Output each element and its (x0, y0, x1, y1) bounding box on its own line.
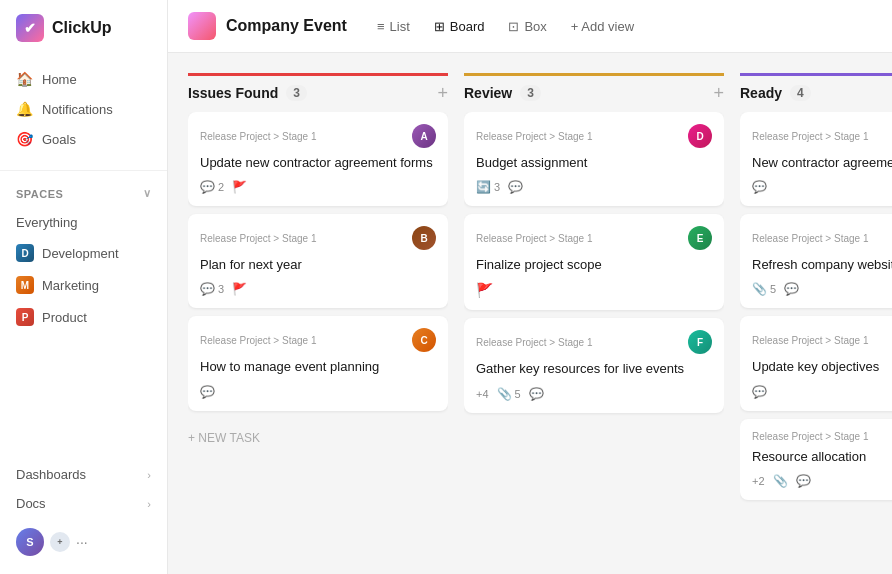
board-icon: ⊞ (434, 19, 445, 34)
comment-stat: 💬 (508, 180, 523, 194)
bell-icon: 🔔 (16, 101, 32, 117)
card-footer: 📎5 💬 (752, 282, 892, 296)
sidebar-item-goals-label: Goals (42, 132, 76, 147)
review-add-button[interactable]: + (713, 84, 724, 102)
card-title: New contractor agreement (752, 154, 892, 172)
table-row[interactable]: Release Project > Stage 1 H Refresh comp… (740, 214, 892, 308)
card-meta: Release Project > Stage 1 I (752, 328, 892, 352)
card-meta: Release Project > Stage 1 F (476, 330, 712, 354)
new-task-label: + NEW TASK (188, 431, 260, 445)
project-title: Company Event (226, 17, 347, 35)
sidebar-item-everything[interactable]: Everything (0, 208, 167, 237)
card-title: Update new contractor agreement forms (200, 154, 436, 172)
card-meta-text: Release Project > Stage 1 (200, 233, 316, 244)
goals-icon: 🎯 (16, 131, 32, 147)
sidebar-item-notifications[interactable]: 🔔 Notifications (0, 94, 167, 124)
column-review: Review 3 + Release Project > Stage 1 D B… (464, 73, 724, 554)
comment-icon: 💬 (752, 385, 767, 399)
card-meta: Release Project > Stage 1 E (476, 226, 712, 250)
table-row[interactable]: Release Project > Stage 1 F Gather key r… (464, 318, 724, 412)
issues-count: 3 (286, 85, 307, 101)
card-meta: Release Project > Stage 1 (752, 431, 892, 442)
spaces-label: Spaces (16, 188, 63, 200)
table-row[interactable]: Release Project > Stage 1 B Plan for nex… (188, 214, 448, 308)
comment-icon: 💬 (784, 282, 799, 296)
new-task-button[interactable]: + NEW TASK (188, 423, 448, 453)
card-meta-text: Release Project > Stage 1 (752, 335, 868, 346)
comment-stat: 💬 (796, 474, 811, 488)
tab-board[interactable]: ⊞ Board (424, 14, 495, 39)
sidebar-item-marketing[interactable]: M Marketing (0, 269, 167, 301)
add-view-button[interactable]: + Add view (561, 14, 644, 39)
table-row[interactable]: Release Project > Stage 1 A Update new c… (188, 112, 448, 206)
flag-stat: 🚩 (232, 282, 247, 296)
tab-box[interactable]: ⊡ Box (498, 14, 556, 39)
board-area: Issues Found 3 + Release Project > Stage… (168, 53, 892, 574)
comment-stat: 💬 (200, 385, 215, 399)
card-title: Refresh company website (752, 256, 892, 274)
product-badge: P (16, 308, 34, 326)
product-label: Product (42, 310, 87, 325)
avatar: B (412, 226, 436, 250)
user-area[interactable]: S + ··· (0, 518, 167, 566)
avatar: F (688, 330, 712, 354)
sidebar-item-product[interactable]: P Product (0, 301, 167, 333)
avatar: D (688, 124, 712, 148)
docs-label: Docs (16, 496, 46, 511)
column-issues-header: Issues Found 3 + (188, 73, 448, 112)
box-icon: ⊡ (508, 19, 519, 34)
sidebar-nav: 🏠 Home 🔔 Notifications 🎯 Goals (0, 56, 167, 162)
card-meta: Release Project > Stage 1 A (200, 124, 436, 148)
issues-cards-list: Release Project > Stage 1 A Update new c… (188, 112, 448, 554)
tab-list-label: List (390, 19, 410, 34)
view-tabs: ≡ List ⊞ Board ⊡ Box + Add view (367, 14, 644, 39)
card-meta: Release Project > Stage 1 D (476, 124, 712, 148)
flag-icon: 🚩 (232, 282, 247, 296)
table-row[interactable]: Release Project > Stage 1 D Budget assig… (464, 112, 724, 206)
ready-count: 4 (790, 85, 811, 101)
paperclip-icon: 📎 (773, 474, 788, 488)
refresh-icon: 🔄 (476, 180, 491, 194)
table-row[interactable]: Release Project > Stage 1 E Finalize pro… (464, 214, 724, 310)
card-title: How to manage event planning (200, 358, 436, 376)
card-meta-text: Release Project > Stage 1 (476, 131, 592, 142)
issues-add-button[interactable]: + (437, 84, 448, 102)
sidebar-item-development[interactable]: D Development (0, 237, 167, 269)
development-badge: D (16, 244, 34, 262)
paperclip-icon: 📎 (752, 282, 767, 296)
card-meta-text: Release Project > Stage 1 (752, 131, 868, 142)
card-title: Resource allocation (752, 448, 892, 466)
card-title: Finalize project scope (476, 256, 712, 274)
table-row[interactable]: Release Project > Stage 1 G New contract… (740, 112, 892, 206)
avatar: A (412, 124, 436, 148)
sidebar-item-docs[interactable]: Docs › (0, 489, 167, 518)
flag-stat: 🚩 (232, 180, 247, 194)
comment-stat: 💬 (529, 387, 544, 401)
app-logo[interactable]: ✔ ClickUp (0, 0, 167, 56)
ready-title: Ready (740, 85, 782, 101)
table-row[interactable]: Release Project > Stage 1 I Update key o… (740, 316, 892, 410)
red-flag-icon: 🚩 (476, 282, 493, 298)
card-title: Update key objectives (752, 358, 892, 376)
comment-icon: 💬 (508, 180, 523, 194)
table-row[interactable]: Release Project > Stage 1 Resource alloc… (740, 419, 892, 500)
comment-stat: 💬3 (200, 282, 224, 296)
sidebar-item-goals[interactable]: 🎯 Goals (0, 124, 167, 154)
tab-list[interactable]: ≡ List (367, 14, 420, 39)
review-count: 3 (520, 85, 541, 101)
table-row[interactable]: Release Project > Stage 1 C How to manag… (188, 316, 448, 410)
refresh-stat: 🔄3 (476, 180, 500, 194)
sidebar-item-dashboards[interactable]: Dashboards › (0, 460, 167, 489)
comment-icon: 💬 (200, 180, 215, 194)
card-footer: 💬2 🚩 (200, 180, 436, 194)
card-meta: Release Project > Stage 1 G (752, 124, 892, 148)
sidebar: ✔ ClickUp 🏠 Home 🔔 Notifications 🎯 Goals… (0, 0, 168, 574)
marketing-label: Marketing (42, 278, 99, 293)
app-name: ClickUp (52, 19, 112, 37)
sidebar-item-home-label: Home (42, 72, 77, 87)
everything-label: Everything (16, 215, 77, 230)
avatar: E (688, 226, 712, 250)
logo-icon: ✔ (16, 14, 44, 42)
comment-icon: 💬 (796, 474, 811, 488)
sidebar-item-home[interactable]: 🏠 Home (0, 64, 167, 94)
